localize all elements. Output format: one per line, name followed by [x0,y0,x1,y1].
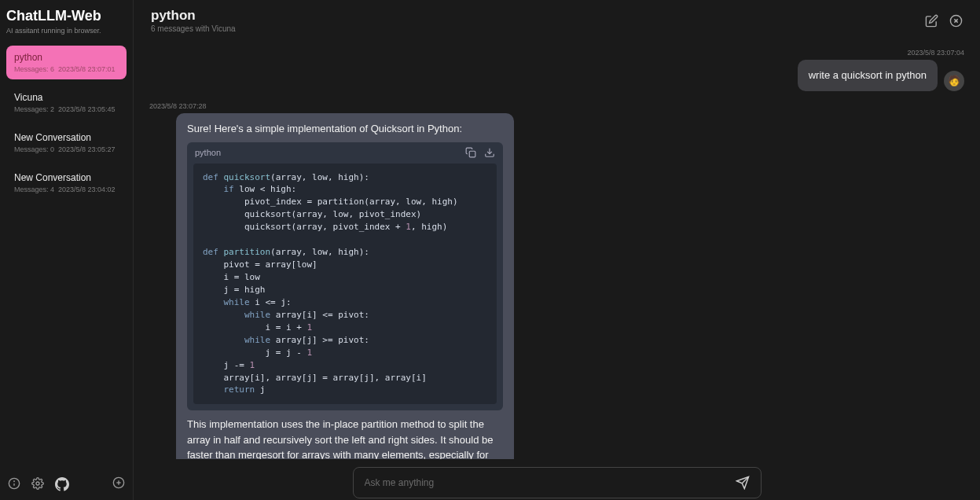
code-language: python [195,146,221,160]
chat-subtitle: 6 messages with Vicuna [151,24,236,33]
conversation-list: python Messages: 6 2023/5/8 23:07:01 Vic… [6,46,127,472]
github-icon[interactable] [55,477,69,491]
message-bubble: Sure! Here's a simple implementation of … [176,113,514,460]
conversation-title: Vicuna [14,92,119,103]
svg-point-3 [36,482,39,485]
conversation-title: New Conversation [14,132,119,143]
svg-rect-10 [469,152,475,158]
message-assistant: 2023/5/8 23:07:28 Sure! Here's a simple … [149,102,964,460]
code-block: python def quicksort(array, low, high): … [187,142,503,410]
info-icon[interactable] [8,477,20,490]
message-text: write a quicksort in python [798,60,938,91]
message-intro: Sure! Here's a simple implementation of … [187,121,503,137]
sidebar-item-new-2[interactable]: New Conversation Messages: 4 2023/5/8 23… [6,166,127,200]
conversation-meta: Messages: 6 2023/5/8 23:07:01 [14,65,119,73]
input-area [134,459,980,500]
message-outro: This implementation uses the in-place pa… [187,417,503,459]
code-content: def quicksort(array, low, high): if low … [193,164,497,405]
messages-area: 2023/5/8 23:07:04 write a quicksort in p… [134,41,980,459]
plus-icon[interactable] [112,476,125,489]
chat-header: python 6 messages with Vicuna [134,0,980,41]
conversation-title: python [14,52,119,63]
message-timestamp: 2023/5/8 23:07:04 [907,49,964,57]
close-icon[interactable] [949,14,963,28]
chat-input[interactable] [365,477,736,488]
conversation-meta: Messages: 2 2023/5/8 23:05:45 [14,105,119,113]
app-tagline: AI assitant running in browser. [6,27,127,35]
gear-icon[interactable] [31,477,44,490]
input-box[interactable] [353,467,762,498]
download-icon[interactable] [484,147,495,158]
chat-title: python [151,8,236,24]
copy-icon[interactable] [465,147,476,158]
sidebar-footer [6,472,127,492]
avatar: 🧑 [944,71,964,91]
message-timestamp: 2023/5/8 23:07:28 [149,102,207,110]
sidebar-item-vicuna[interactable]: Vicuna Messages: 2 2023/5/8 23:05:45 [6,86,127,119]
conversation-meta: Messages: 4 2023/5/8 23:04:02 [14,186,119,193]
conversation-title: New Conversation [14,172,119,183]
send-icon[interactable] [736,476,750,490]
edit-icon[interactable] [925,14,938,28]
conversation-meta: Messages: 0 2023/5/8 23:05:27 [14,145,119,153]
sidebar-item-python[interactable]: python Messages: 6 2023/5/8 23:07:01 [6,46,127,79]
svg-point-2 [14,481,15,482]
message-user: 2023/5/8 23:07:04 write a quicksort in p… [149,49,964,91]
sidebar-item-new-1[interactable]: New Conversation Messages: 0 2023/5/8 23… [6,126,127,160]
main-panel: python 6 messages with Vicuna 2023/5/8 2… [134,0,980,500]
sidebar: ChatLLM-Web AI assitant running in brows… [0,0,134,500]
app-logo: ChatLLM-Web [6,8,127,24]
